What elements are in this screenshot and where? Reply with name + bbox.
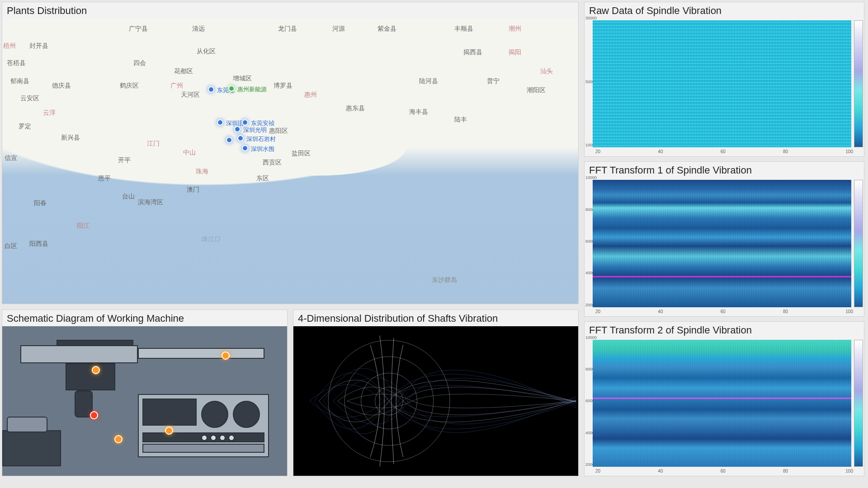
axis-tick: 4000 — [585, 431, 592, 435]
dist4d-panel: 4-Dimensional Distribution of Shafts Vib… — [293, 310, 579, 476]
river-label: 珠江口 — [201, 235, 220, 244]
colorbar-icon — [854, 340, 863, 467]
spec-fft2-heatmap[interactable] — [593, 340, 851, 467]
map-place-label: 盐田区 — [292, 150, 311, 158]
map-place-label: 惠阳区 — [269, 127, 288, 135]
island-label: 东沙群岛 — [432, 276, 457, 284]
map-place-label: 开平 — [118, 156, 131, 164]
map-place-label: 郁南县 — [10, 77, 29, 85]
map-place-label: 苍梧县 — [7, 59, 26, 67]
plant-marker-label: 惠州新能源 — [237, 85, 267, 94]
map-place-label: 增城区 — [233, 75, 252, 83]
axis-tick: 20 — [595, 149, 600, 156]
axis-tick: 100 — [845, 149, 853, 156]
map-place-label: 丰顺县 — [454, 25, 473, 33]
plant-marker[interactable]: 深圳旧 — [217, 119, 223, 126]
map-place-label: 从化区 — [197, 47, 216, 56]
map-place-label: 博罗县 — [274, 82, 292, 90]
axis-tick: 10000 — [585, 143, 592, 147]
sensor-marker[interactable] — [114, 435, 123, 443]
dist4d-body[interactable] — [293, 326, 578, 476]
schematic-body[interactable] — [2, 326, 287, 476]
map-place-label: 普宁 — [487, 77, 500, 85]
axis-tick: 2000 — [585, 303, 592, 307]
axis-tick: 20 — [595, 309, 600, 316]
plant-marker[interactable]: 深圳光明 — [234, 126, 241, 132]
axis-tick: 80 — [783, 309, 788, 316]
colorbar-icon — [854, 20, 863, 147]
plant-marker-label: 深圳旧 — [226, 119, 244, 127]
plant-marker[interactable] — [226, 137, 232, 143]
spec-fft1-panel: FFT Transform 1 of Spindle Vibration 100… — [584, 161, 864, 316]
axis-tick: 60 — [721, 149, 726, 156]
map-place-label: 龙门县 — [278, 25, 297, 33]
axis-tick: 100 — [845, 309, 853, 316]
schematic-panel: Schematic Diagram of Working Machine — [2, 310, 288, 476]
axis-tick: 10000 — [585, 335, 592, 340]
axis-tick: 4000 — [585, 271, 592, 275]
axis-tick: 40 — [658, 469, 663, 476]
map-place-label: 揭阳 — [509, 48, 521, 56]
axis-tick: 8000 — [585, 207, 592, 212]
map-place-label: 东区 — [256, 174, 269, 183]
axis-tick: 40 — [658, 149, 663, 156]
map-place-label: 河源 — [332, 25, 345, 33]
map-place-label: 潮阳区 — [527, 86, 546, 94]
plant-marker[interactable]: 惠州新能源 — [228, 85, 235, 92]
spec-raw-heatmap[interactable] — [593, 20, 851, 147]
map-place-label: 阳西县 — [29, 240, 48, 248]
map-title: Plants Distribution — [2, 2, 578, 19]
map-place-label: 惠东县 — [346, 104, 365, 113]
map-place-label: 梧州 — [3, 42, 16, 50]
spec-raw-title: Raw Data of Spindle Vibration — [585, 2, 864, 19]
schematic-title: Schematic Diagram of Working Machine — [2, 310, 287, 326]
axis-tick: 10000 — [585, 175, 592, 180]
sensor-marker[interactable] — [165, 427, 173, 435]
map-place-label: 广宁县 — [129, 25, 148, 33]
plants-map-panel: Plants Distribution 广宁县清远龙门县河源紫金县丰顺县潮州梧州… — [2, 2, 579, 304]
sensor-marker[interactable] — [222, 352, 230, 360]
dist4d-title: 4-Dimensional Distribution of Shafts Vib… — [293, 310, 578, 326]
map-place-label: 惠州 — [304, 91, 317, 99]
axis-tick: 60 — [721, 469, 726, 476]
axis-tick: 2000 — [585, 462, 592, 467]
axis-tick: 60 — [721, 309, 726, 316]
sensor-marker[interactable] — [92, 366, 100, 374]
map-place-label: 海丰县 — [409, 108, 428, 116]
map-place-label: 紫金县 — [377, 25, 396, 33]
map-place-label: 陆丰 — [454, 116, 467, 124]
dist4d-plot-icon — [293, 326, 578, 476]
map-place-label: 中山 — [183, 149, 196, 157]
spec-fft1-heatmap[interactable] — [593, 180, 851, 307]
map-place-label: 西贡区 — [263, 159, 282, 167]
axis-tick: 80 — [783, 149, 788, 156]
colorbar-icon — [854, 180, 863, 307]
plant-marker-label: 深圳水围 — [251, 145, 274, 153]
map-place-label: 澳门 — [187, 186, 199, 194]
plant-marker-label: 深圳光明 — [243, 126, 267, 134]
sensor-marker[interactable] — [90, 411, 98, 419]
plant-marker[interactable]: 深圳水围 — [242, 145, 248, 151]
axis-tick: 8000 — [585, 367, 592, 371]
map-place-label: 德庆县 — [52, 82, 71, 90]
spec-fft1-title: FFT Transform 1 of Spindle Vibration — [585, 162, 864, 178]
axis-tick: 6000 — [585, 239, 592, 244]
map-place-label: 信宜 — [5, 154, 17, 162]
plant-marker-label: 深圳石岩村 — [246, 135, 276, 143]
map-place-label: 阳江 — [77, 222, 90, 230]
spec-fft2-panel: FFT Transform 2 of Spindle Vibration 100… — [584, 321, 864, 476]
map-place-label: 阳春 — [34, 199, 47, 207]
map-place-label: 罗定 — [19, 122, 31, 131]
map-place-label: 潮州 — [509, 25, 521, 33]
plant-marker[interactable]: 深圳石岩村 — [237, 135, 244, 141]
map-place-label: 陆河县 — [419, 77, 438, 85]
plant-marker[interactable]: 东莞理 — [208, 86, 214, 93]
map-body[interactable]: 广宁县清远龙门县河源紫金县丰顺县潮州梧州封开县苍梧县四会从化区郁南县德庆县鹤庆区… — [2, 19, 578, 304]
map-place-label: 鹤庆区 — [120, 82, 139, 90]
map-place-label: 台山 — [122, 192, 135, 201]
plant-marker[interactable]: 东莞安祯 — [242, 119, 248, 126]
map-place-label: 封开县 — [29, 42, 48, 50]
map-place-label: 四会 — [133, 59, 146, 67]
map-place-label: 揭西县 — [463, 48, 482, 56]
map-place-label: 花都区 — [174, 67, 193, 75]
